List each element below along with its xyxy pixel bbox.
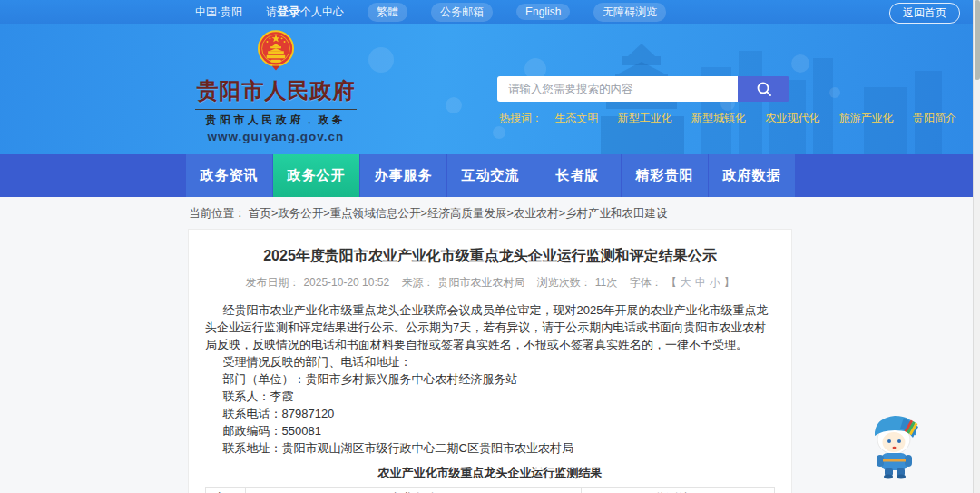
nav-item-news[interactable]: 政务资讯: [186, 154, 272, 197]
article-title: 2025年度贵阳市农业产业化市级重点龙头企业运行监测和评定结果公示: [205, 246, 775, 266]
hot-word-link[interactable]: 农业现代化: [765, 112, 819, 124]
login-strong: 登录: [277, 5, 300, 18]
title-divider: [195, 109, 357, 110]
hot-search-label: 热搜词：: [499, 112, 543, 124]
publish-date-label: 发布日期：: [245, 276, 299, 289]
monitoring-results-table: 序号 企业名称 监测结果 1 贵州合力超市采购有限公司 合格 2 贵州友禾种业有…: [205, 487, 775, 493]
publish-date-value: 2025-10-20 10:52: [303, 276, 389, 289]
table-header-row: 序号 企业名称 监测结果: [206, 488, 775, 493]
national-emblem-icon: [256, 29, 296, 74]
mascot-assistant-icon[interactable]: [864, 409, 926, 479]
views-label: 浏览次数：: [537, 276, 592, 289]
nav-item-elderly-version[interactable]: 长者版: [534, 154, 621, 197]
login-link[interactable]: 请登录个人中心: [266, 4, 344, 20]
site-logo-block[interactable]: 贵阳市人民政府 贵阳市人民政府．政务 www.guiyang.gov.cn: [195, 29, 357, 143]
page-scrollbar[interactable]: [973, 0, 980, 493]
contact-department-line: 部门（单位）：贵阳市乡村振兴服务中心农村经济服务站: [205, 370, 775, 388]
search-icon: [755, 80, 773, 98]
login-pre: 请: [266, 5, 277, 18]
font-bracket-open: 【: [666, 276, 677, 289]
hot-search-row: 热搜词： 生态文明 新型工业化 新型城镇化 农业现代化 旅游产业化 贵阳简介: [499, 111, 973, 126]
search-bar: [497, 76, 789, 102]
views-value: 11次: [595, 276, 617, 289]
nav-item-disclosure[interactable]: 政务公开: [273, 154, 359, 197]
official-mail-link[interactable]: 公务邮箱: [431, 3, 493, 22]
header-cell-company: 企业名称: [245, 488, 581, 493]
source-label: 来源：: [401, 276, 434, 289]
nav-item-services[interactable]: 办事服务: [360, 154, 446, 197]
login-post: 个人中心: [300, 5, 344, 18]
postal-code-line: 邮政编码：550081: [205, 422, 775, 439]
back-to-home-button[interactable]: 返回首页: [889, 3, 960, 24]
region-label[interactable]: 中国·贵阳: [195, 5, 242, 20]
nav-item-highlights[interactable]: 精彩贵阳: [622, 154, 708, 197]
header-cell-result: 监测结果: [581, 488, 774, 493]
article-content: 经贵阳市农业产业化市级重点龙头企业联席会议成员单位审定，现对2025年开展的农业…: [205, 301, 775, 493]
scrollbar-thumb[interactable]: [975, 0, 980, 80]
site-subtitle: 贵阳市人民政府．政务: [195, 113, 357, 127]
breadcrumb-label: 当前位置：: [189, 207, 246, 220]
table-caption: 农业产业化市级重点龙头企业运行监测结果: [205, 465, 775, 481]
english-link[interactable]: English: [516, 4, 570, 20]
source-value: 贵阳市农业农村局: [437, 276, 524, 289]
hot-word-link[interactable]: 新型工业化: [618, 112, 672, 124]
contact-address-line: 联系地址：贵阳市观山湖区市级行政中心二期C区贵阳市农业农村局: [205, 439, 775, 457]
hot-word-link[interactable]: 生态文明: [554, 112, 598, 124]
nav-item-interaction[interactable]: 互动交流: [447, 154, 534, 197]
contact-person-line: 联系人：李霞: [205, 388, 775, 405]
traditional-chinese-link[interactable]: 繁體: [368, 3, 407, 22]
nav-item-gov-data[interactable]: 政府数据: [709, 154, 795, 197]
font-size-medium[interactable]: 中: [695, 276, 706, 289]
font-bracket-close: 】: [724, 276, 735, 289]
article-card: 2025年度贵阳市农业产业化市级重点龙头企业运行监测和评定结果公示 发布日期：2…: [188, 229, 792, 493]
contact-phone-line: 联系电话：87987120: [205, 405, 775, 422]
hot-word-link[interactable]: 新型城镇化: [691, 112, 746, 124]
font-size-small[interactable]: 小: [710, 276, 720, 289]
page: 中国·贵阳 请登录个人中心 繁體 公务邮箱 English 无障碍浏览 返回首页: [0, 0, 980, 493]
main-viewport: 中国·贵阳 请登录个人中心 繁體 公务邮箱 English 无障碍浏览 返回首页: [0, 0, 973, 493]
breadcrumb-path[interactable]: 首页>政务公开>重点领域信息公开>经济高质量发展>农业农村>乡村产业和农田建设: [249, 207, 668, 220]
search-button[interactable]: [738, 76, 789, 102]
font-size-label: 字体：: [630, 276, 662, 289]
hot-word-link[interactable]: 旅游产业化: [839, 112, 894, 124]
top-utility-bar: 中国·贵阳 请登录个人中心 繁體 公务邮箱 English 无障碍浏览 返回首页: [0, 0, 973, 24]
article-meta: 发布日期：2025-10-20 10:52 来源：贵阳市农业农村局 浏览次数：1…: [205, 275, 775, 291]
primary-nav: 政务资讯 政务公开 办事服务 互动交流 长者版 精彩贵阳 政府数据: [0, 154, 973, 197]
hot-word-link[interactable]: 贵阳简介: [913, 112, 956, 124]
font-size-large[interactable]: 大: [681, 276, 691, 289]
paragraph: 经贵阳市农业产业化市级重点龙头企业联席会议成员单位审定，现对2025年开展的农业…: [205, 301, 775, 353]
site-url: www.guiyang.gov.cn: [195, 130, 357, 143]
paragraph: 受理情况反映的部门、电话和地址：: [205, 353, 775, 370]
site-title: 贵阳市人民政府: [195, 76, 357, 105]
site-banner: 贵阳市人民政府 贵阳市人民政府．政务 www.guiyang.gov.cn 热搜…: [0, 24, 973, 154]
breadcrumb: 当前位置： 首页>政务公开>重点领域信息公开>经济高质量发展>农业农村>乡村产业…: [0, 197, 973, 229]
header-cell-index: 序号: [206, 488, 246, 493]
search-input[interactable]: [497, 76, 738, 102]
accessibility-link[interactable]: 无障碍浏览: [593, 3, 666, 22]
